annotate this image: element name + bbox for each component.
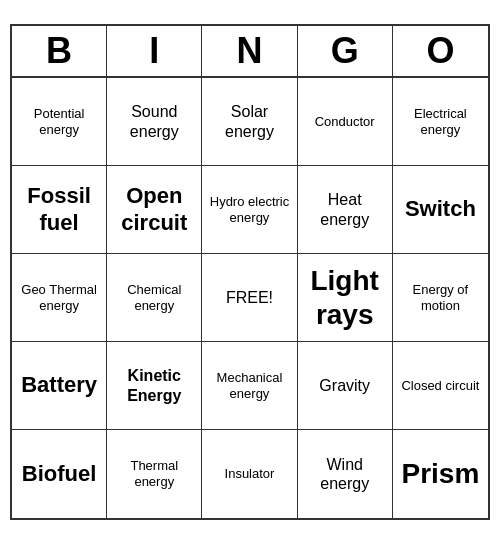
bingo-cell: Closed circuit xyxy=(393,342,488,430)
header-letter: O xyxy=(393,26,488,76)
cell-text: Electrical energy xyxy=(397,106,484,137)
bingo-cell: Solar energy xyxy=(202,78,297,166)
cell-text: Biofuel xyxy=(22,461,97,487)
bingo-cell: Battery xyxy=(12,342,107,430)
cell-text: Heat energy xyxy=(302,190,388,228)
header-letter: B xyxy=(12,26,107,76)
cell-text: Closed circuit xyxy=(401,378,479,394)
cell-text: Battery xyxy=(21,372,97,398)
bingo-cell: Mechanical energy xyxy=(202,342,297,430)
cell-text: Wind energy xyxy=(302,455,388,493)
bingo-cell: Wind energy xyxy=(298,430,393,518)
bingo-cell: Heat energy xyxy=(298,166,393,254)
bingo-cell: Conductor xyxy=(298,78,393,166)
bingo-header: BINGO xyxy=(12,26,488,78)
bingo-cell: Chemical energy xyxy=(107,254,202,342)
bingo-grid: Potential energySound energySolar energy… xyxy=(12,78,488,518)
cell-text: Switch xyxy=(405,196,476,222)
cell-text: Mechanical energy xyxy=(206,370,292,401)
bingo-cell: Geo Thermal energy xyxy=(12,254,107,342)
bingo-cell: Energy of motion xyxy=(393,254,488,342)
cell-text: Gravity xyxy=(319,376,370,395)
cell-text: Potential energy xyxy=(16,106,102,137)
bingo-cell: Hydro electric energy xyxy=(202,166,297,254)
bingo-cell: Kinetic Energy xyxy=(107,342,202,430)
header-letter: I xyxy=(107,26,202,76)
cell-text: Fossil fuel xyxy=(16,183,102,236)
cell-text: Open circuit xyxy=(111,183,197,236)
cell-text: Conductor xyxy=(315,114,375,130)
bingo-cell: FREE! xyxy=(202,254,297,342)
cell-text: Light rays xyxy=(302,264,388,331)
bingo-cell: Thermal energy xyxy=(107,430,202,518)
cell-text: Insulator xyxy=(225,466,275,482)
cell-text: Thermal energy xyxy=(111,458,197,489)
header-letter: N xyxy=(202,26,297,76)
bingo-cell: Light rays xyxy=(298,254,393,342)
bingo-cell: Electrical energy xyxy=(393,78,488,166)
cell-text: Energy of motion xyxy=(397,282,484,313)
cell-text: FREE! xyxy=(226,288,273,307)
header-letter: G xyxy=(298,26,393,76)
bingo-cell: Potential energy xyxy=(12,78,107,166)
bingo-cell: Fossil fuel xyxy=(12,166,107,254)
cell-text: Solar energy xyxy=(206,102,292,140)
bingo-cell: Open circuit xyxy=(107,166,202,254)
bingo-cell: Biofuel xyxy=(12,430,107,518)
bingo-cell: Switch xyxy=(393,166,488,254)
bingo-card: BINGO Potential energySound energySolar … xyxy=(10,24,490,520)
bingo-cell: Insulator xyxy=(202,430,297,518)
bingo-cell: Gravity xyxy=(298,342,393,430)
bingo-cell: Prism xyxy=(393,430,488,518)
cell-text: Kinetic Energy xyxy=(111,366,197,404)
cell-text: Prism xyxy=(401,457,479,491)
cell-text: Geo Thermal energy xyxy=(16,282,102,313)
cell-text: Hydro electric energy xyxy=(206,194,292,225)
cell-text: Sound energy xyxy=(111,102,197,140)
cell-text: Chemical energy xyxy=(111,282,197,313)
bingo-cell: Sound energy xyxy=(107,78,202,166)
